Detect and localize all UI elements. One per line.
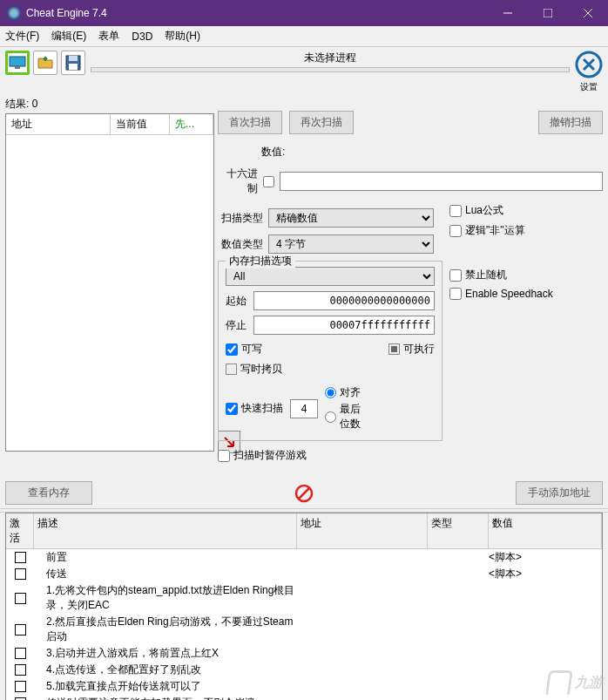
row-value: <脚本> [489,550,602,565]
scantype-select[interactable]: 精确数值 [268,208,434,228]
valtype-label: 数值类型 [218,237,263,252]
hex-label: 十六进制 [218,167,258,196]
table-row[interactable]: 传送<脚本> [6,566,602,582]
next-scan-button[interactable]: 再次扫描 [289,111,354,134]
col-previous[interactable]: 先... [170,114,213,134]
menu-table[interactable]: 表单 [98,29,119,44]
open-button[interactable] [33,51,57,75]
writable-checkbox[interactable] [226,343,238,356]
minimize-button[interactable] [488,0,528,26]
add-manual-button[interactable]: 手动添加地址 [516,481,603,505]
start-label: 起始 [226,294,247,309]
scantype-label: 扫描类型 [218,211,263,226]
notop-checkbox[interactable] [449,225,462,237]
table-row[interactable]: 传送时需要注意不能在加载界面，否则会崩溃 [6,695,602,700]
address-table: 激活 描述 地址 类型 数值 前置<脚本>传送<脚本>1.先将文件包内的stea… [5,513,603,700]
menubar: 文件(F) 编辑(E) 表单 D3D 帮助(H) [0,26,608,47]
lastdigit-radio[interactable] [325,411,336,423]
settings-label: 设置 [575,81,603,93]
fastscan-value[interactable] [290,399,318,418]
th-active[interactable]: 激活 [6,513,34,548]
row-desc: 5.加载完直接点开始传送就可以了 [34,679,297,694]
results-list[interactable]: 地址 当前值 先... [5,113,214,452]
results-count: 结果: 0 [5,95,214,113]
stop-label: 停止 [226,318,247,333]
monitor-icon [9,56,26,70]
row-active-checkbox[interactable] [15,624,26,635]
first-scan-button[interactable]: 首次扫描 [218,111,282,134]
floppy-icon [65,55,81,71]
row-active-checkbox[interactable] [15,664,26,676]
stop-input[interactable] [253,316,435,335]
process-label: 未选择进程 [91,51,570,65]
fastscan-checkbox[interactable] [226,403,238,415]
table-row[interactable]: 4.点选传送，全都配置好了别乱改 [6,662,602,678]
th-desc[interactable]: 描述 [34,513,297,548]
hex-checkbox[interactable] [263,176,274,187]
svg-rect-7 [69,56,78,61]
row-desc: 传送时需要注意不能在加载界面，否则会崩溃 [34,696,297,700]
align-radio[interactable] [325,387,336,398]
table-row[interactable]: 2.然后直接点击Elden Ring启动游戏，不要通过Steam启动 [6,614,602,645]
table-row[interactable]: 5.加载完直接点开始传送就可以了 [6,678,602,695]
disable-icon[interactable] [294,484,314,503]
menu-d3d[interactable]: D3D [132,31,152,43]
maximize-button[interactable] [528,0,568,26]
value-label: 数值: [261,145,603,160]
mem-legend: 内存扫描选项 [226,254,295,268]
value-input[interactable] [280,172,603,191]
menu-edit[interactable]: 编辑(E) [51,29,86,44]
view-memory-button[interactable]: 查看内存 [5,481,92,505]
row-active-checkbox[interactable] [15,552,26,563]
pause-checkbox[interactable] [218,450,230,462]
table-row[interactable]: 1.先将文件包内的steam_appid.txt放进Elden Ring根目录，… [6,582,602,614]
executable-indicator[interactable] [388,343,400,355]
row-active-checkbox[interactable] [15,568,26,580]
lua-checkbox[interactable] [449,205,462,217]
row-desc: 前置 [34,550,297,565]
row-active-checkbox[interactable] [15,648,26,659]
app-icon [7,6,21,20]
undo-scan-button[interactable]: 撤销扫描 [538,111,603,134]
titlebar: Cheat Engine 7.4 [0,0,608,26]
row-active-checkbox[interactable] [15,681,26,692]
memory-scan-options: 内存扫描选项 All 起始 停止 可写 可执行 写时拷贝 [218,261,442,441]
menu-help[interactable]: 帮助(H) [165,29,200,44]
row-desc: 传送 [34,567,297,581]
th-type[interactable]: 类型 [428,513,489,548]
window-title: Cheat Engine 7.4 [26,7,488,19]
progress-bar [91,67,570,72]
settings-button[interactable]: 设置 [575,51,603,93]
th-value[interactable]: 数值 [489,513,602,548]
row-desc: 3.启动并进入游戏后，将前置点上红X [34,646,297,661]
region-select[interactable]: All [226,267,435,286]
th-addr[interactable]: 地址 [297,513,428,548]
table-row[interactable]: 前置<脚本> [6,549,602,566]
row-active-checkbox[interactable] [15,593,26,604]
norand-checkbox[interactable] [449,269,462,282]
col-current[interactable]: 当前值 [111,114,170,134]
svg-rect-8 [69,64,78,70]
folder-open-icon [37,56,53,70]
select-process-button[interactable] [5,51,30,75]
col-address[interactable]: 地址 [6,114,111,134]
cow-indicator[interactable] [226,364,237,375]
svg-rect-5 [15,66,20,69]
row-desc: 2.然后直接点击Elden Ring启动游戏，不要通过Steam启动 [34,615,297,644]
table-row[interactable]: 3.启动并进入游戏后，将前置点上红X [6,645,602,662]
valtype-select[interactable]: 4 字节 [268,234,434,254]
start-input[interactable] [253,291,435,310]
svg-rect-1 [544,9,552,17]
speedhack-checkbox[interactable] [449,288,462,300]
svg-rect-4 [10,57,25,66]
row-value: <脚本> [489,567,602,581]
row-desc: 4.点选传送，全都配置好了别乱改 [34,663,297,677]
row-desc: 1.先将文件包内的steam_appid.txt放进Elden Ring根目录，… [34,583,297,613]
save-button[interactable] [61,51,85,75]
close-button[interactable] [568,0,608,26]
menu-file[interactable]: 文件(F) [5,29,39,44]
svg-line-11 [299,488,309,499]
cheat-engine-icon [575,51,603,78]
